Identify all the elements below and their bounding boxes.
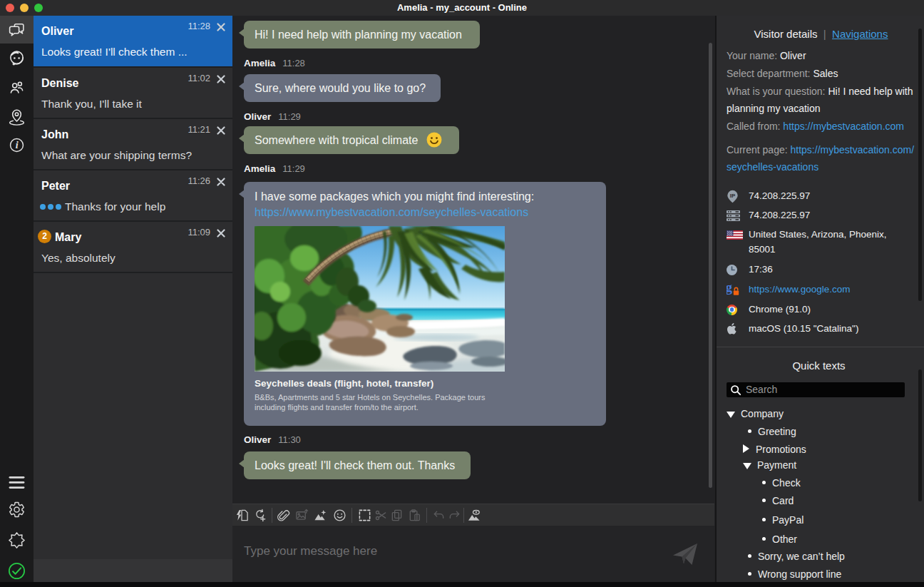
svg-text:IP: IP	[730, 193, 736, 199]
svg-text:g: g	[727, 282, 733, 295]
svg-text:i: i	[16, 139, 19, 150]
